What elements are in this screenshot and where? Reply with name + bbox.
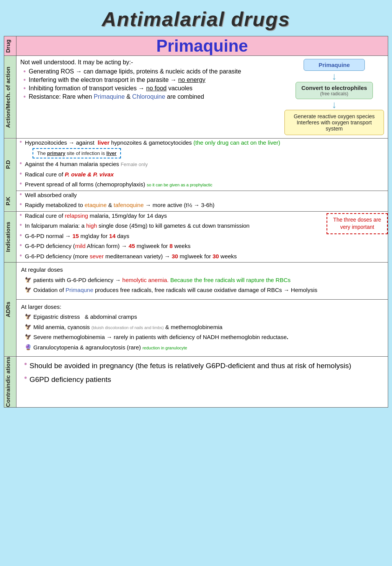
action-bullet-4: Resistance: Rare when Primaquine & Chlor… <box>23 93 273 100</box>
action-label: Action/Mech. of action <box>4 56 16 139</box>
action-bullet-1: Generating ROS → can damage lipids, prot… <box>23 68 273 75</box>
pd-bullet-1: Hypnozoitocides → against liver hypnozoi… <box>19 139 388 158</box>
contra-row: Contraindic ations Should be avoided in … <box>4 357 388 408</box>
pk-bullet-1: Well absorbed orally <box>19 191 388 200</box>
page-title: Antimalarial drugs <box>4 4 388 36</box>
contra-bullet-1: Should be avoided in pregnancy (the fetu… <box>23 360 383 372</box>
main-table: Drug Primaquine Action/Mech. of action N… <box>4 36 388 408</box>
drug-header: Primaquine <box>16 36 388 56</box>
contra-content: Should be avoided in pregnancy (the fetu… <box>16 357 388 408</box>
pk-bullet-2: Rapidly metabolized to etaquine & tafeno… <box>19 201 388 210</box>
ind-bullet-3: G-6-PD normal → 15 mg\day for 14 days <box>19 232 388 241</box>
action-intro: Not well understood. It may be acting by… <box>20 59 273 66</box>
pk-bullets: Well absorbed orally Rapidly metabolized… <box>16 191 388 210</box>
contra-label: Contraindic ations <box>4 357 16 408</box>
diagram-box-electrophiles: Convert to electrophiles (free radicals) <box>296 82 373 99</box>
ind-bullet-5: G-6-PD deficiency (more sever mediterran… <box>19 252 388 261</box>
pd-bullet-3: Radical cure of P. ovale & P. vivax <box>19 170 388 179</box>
ind-bullet-1: Radical cure of relapsing malaria, 15mg/… <box>19 212 388 220</box>
action-text: Not well understood. It may be acting by… <box>16 56 277 138</box>
drug-row: Drug Primaquine <box>4 36 388 56</box>
page: Antimalarial drugs Drug Primaquine Actio… <box>0 0 392 411</box>
contra-bullet-2: G6PD deficiency patients <box>23 374 383 386</box>
adrs-regular-bullets: patients with G-6-PD deficiency → hemoly… <box>21 276 383 295</box>
adr-large-2: Mild anemia, cyanosis (bluish discolorat… <box>25 323 383 332</box>
adr-large-4: Granulocytopenia & agranulocytosis (rare… <box>25 343 383 352</box>
action-bullet-3: Inhibiting formation of transport vesicl… <box>23 85 273 92</box>
indications-label: Indications <box>4 211 16 263</box>
diagram-arrow-1: ↓ <box>332 71 337 82</box>
pd-bullets: Hypnozoitocides → against liver hypnozoi… <box>16 139 388 189</box>
indications-content: The three doses are very important Radic… <box>16 211 388 263</box>
action-bullets: Generating ROS → can damage lipids, prot… <box>20 68 273 100</box>
diagram-box-oxygen: Generate reactive oxygen species Interfe… <box>284 110 384 135</box>
pk-row: P.K Well absorbed orally Rapidly metabol… <box>4 191 388 211</box>
drug-name: Primaquine <box>156 36 248 55</box>
pd-row: P.D Hypnozoitocides → against liver hypn… <box>4 139 388 191</box>
adr-reg-2: Oxidation of Primaqune produces free rad… <box>25 286 383 295</box>
adrs-larger-bullets: Epigastric distress & abdominal cramps M… <box>21 313 383 352</box>
pk-content: Well absorbed orally Rapidly metabolized… <box>16 191 388 211</box>
indications-bullets: Radical cure of relapsing malaria, 15mg/… <box>16 212 388 261</box>
action-content: Not well understood. It may be acting by… <box>16 56 388 138</box>
pd-bullet-4: Prevent spread of all forms (chemoprophy… <box>19 180 388 189</box>
adrs-larger: At larger doses: Epigastric distress & a… <box>16 300 388 357</box>
action-bullet-2: Interfering with the electron transport … <box>23 77 273 83</box>
pd-bullet-2: Against the 4 human malaria species Fema… <box>19 160 388 169</box>
contra-bullets: Should be avoided in pregnancy (the fetu… <box>21 360 383 386</box>
action-diagram: Primaquine ↓ Convert to electrophiles (f… <box>281 56 388 138</box>
ind-bullet-4: G-6-PD deficiency (mild African form) → … <box>19 242 388 251</box>
adrs-regular-title: At regular doses <box>21 266 383 274</box>
pd-content: Hypnozoitocides → against liver hypnozoi… <box>16 139 388 191</box>
action-content-cell: Not well understood. It may be acting by… <box>16 56 388 139</box>
primary-site-box: The primary site of infection is liver <box>33 148 121 159</box>
drug-label: Drug <box>4 36 16 56</box>
adrs-label: ADRs <box>4 263 16 357</box>
adrs-regular: At regular doses patients with G-6-PD de… <box>16 263 388 299</box>
adr-large-3: Severe methemoglobinemia → rarely in pat… <box>25 333 383 342</box>
pd-label: P.D <box>4 139 16 191</box>
adrs-larger-title: At larger doses: <box>21 303 383 312</box>
contra-text: Should be avoided in pregnancy (the fetu… <box>16 357 388 391</box>
adr-large-1: Epigastric distress & abdominal cramps <box>25 313 383 321</box>
adr-reg-1: patients with G-6-PD deficiency → hemoly… <box>25 276 383 285</box>
adrs-row: ADRs At regular doses patients with G-6-… <box>4 263 388 357</box>
pk-label: P.K <box>4 191 16 211</box>
diagram-arrow-2: ↓ <box>332 99 337 110</box>
ind-bullet-2: In falciparum malaria: a high single dos… <box>19 222 388 230</box>
adrs-content: At regular doses patients with G-6-PD de… <box>16 263 388 357</box>
action-row: Action/Mech. of action Not well understo… <box>4 56 388 139</box>
diagram-box-primaquine: Primaquine <box>304 59 365 71</box>
indications-row: Indications The three doses are very imp… <box>4 211 388 263</box>
